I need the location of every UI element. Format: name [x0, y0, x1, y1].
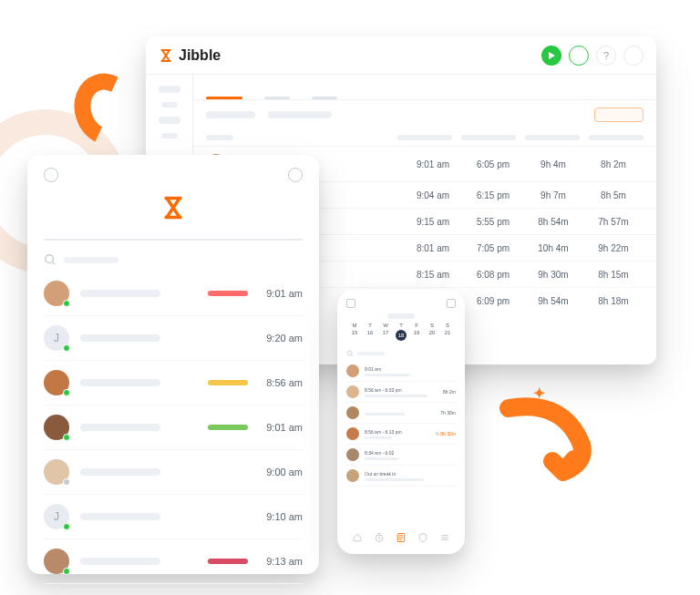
sidebar-item[interactable]: [161, 102, 178, 108]
filter[interactable]: [268, 111, 332, 118]
day[interactable]: 15: [349, 330, 360, 341]
search-icon: [346, 350, 354, 357]
sidebar-item[interactable]: [159, 117, 180, 124]
cell-in: 9:15 am: [403, 217, 463, 227]
item-body: 9:01 am: [80, 288, 303, 299]
item-body: Out on break in: [365, 471, 432, 481]
item-time: 9:01 am: [257, 422, 303, 433]
item-time: 9:00 am: [257, 467, 303, 477]
item-duration: 8h 2m: [438, 389, 456, 395]
list-item[interactable]: 8:56 am - 6:03 pm 8h 2m: [346, 382, 456, 403]
settings-icon[interactable]: [44, 168, 58, 182]
stat-arrived[interactable]: 6: [109, 240, 174, 241]
brand-name: Jibble: [179, 47, 221, 64]
help-button[interactable]: ?: [596, 46, 616, 66]
download-button[interactable]: [594, 108, 643, 122]
tab[interactable]: [206, 97, 242, 99]
day[interactable]: 20: [427, 330, 438, 341]
list-item[interactable]: 9:01 am: [44, 405, 303, 450]
cell-total: 8h 54m: [523, 217, 583, 227]
tablet-top: [44, 168, 303, 182]
day[interactable]: 19: [411, 330, 422, 341]
stat-left[interactable]: 29: [238, 240, 302, 241]
phone-back-icon[interactable]: [346, 299, 355, 308]
user-status-button[interactable]: [569, 46, 589, 66]
avatar: [346, 385, 359, 398]
cell-out: 6:08 pm: [463, 270, 523, 280]
activity-bar: [208, 425, 248, 430]
col-header[interactable]: [525, 135, 580, 140]
name-placeholder: [80, 513, 160, 520]
tab-strip: [193, 75, 656, 100]
sidebar-item[interactable]: [161, 133, 178, 138]
avatar: [44, 370, 69, 395]
list-item[interactable]: 8:34 am - 6:02: [346, 445, 456, 466]
col-header[interactable]: [589, 135, 643, 140]
list-item[interactable]: J 9:20 am: [44, 316, 303, 361]
day[interactable]: 17: [380, 330, 391, 341]
item-body: 8:34 am - 6:02: [365, 450, 432, 460]
play-button[interactable]: [541, 46, 561, 66]
track: [365, 436, 392, 439]
day[interactable]: 21: [442, 330, 453, 341]
list-item[interactable]: 9:00 am: [44, 450, 303, 495]
tablet-search[interactable]: [44, 253, 303, 266]
avatar: [44, 549, 69, 574]
item-time: 8:56 am - 6:13 pm: [365, 429, 430, 435]
tab[interactable]: [264, 97, 290, 99]
swoosh-right: [499, 390, 609, 499]
col-header[interactable]: [206, 135, 233, 140]
day[interactable]: 16: [365, 330, 376, 341]
col-header[interactable]: [397, 135, 452, 140]
brand-logo-icon: [159, 48, 173, 63]
list-item[interactable]: 9:01 am: [44, 272, 303, 316]
nav-menu-icon[interactable]: [439, 532, 450, 544]
list-item[interactable]: Out on break in: [346, 466, 456, 487]
phone-calendar-icon[interactable]: [447, 299, 456, 308]
dow: T: [365, 323, 376, 328]
nav-shield-icon[interactable]: [417, 532, 428, 544]
status-dot: [63, 434, 70, 441]
stat-in[interactable]: 45: [45, 240, 109, 241]
cell-paid: 8h 5m: [583, 190, 643, 200]
col-header[interactable]: [461, 135, 516, 140]
list-item[interactable]: 8:56 am - 6:13 pm ↻ 8h 32m: [346, 424, 456, 445]
cell-paid: 9h 22m: [583, 243, 643, 253]
cell-out: 7:05 pm: [463, 243, 523, 253]
tab[interactable]: [312, 97, 337, 99]
stat-break[interactable]: 2: [174, 240, 239, 241]
status-dot: [63, 478, 70, 486]
svg-point-3: [347, 351, 352, 355]
phone-top: [346, 299, 456, 308]
cell-in: 9:01 am: [403, 159, 463, 169]
sidebar-item[interactable]: [159, 86, 180, 93]
nav-timesheet-icon[interactable]: [396, 532, 407, 544]
notifications-button[interactable]: [623, 46, 643, 66]
list-item[interactable]: 8:56 am: [44, 361, 303, 405]
track: [365, 395, 427, 397]
list-item[interactable]: J 9:10 am: [44, 495, 303, 539]
avatar: [346, 448, 359, 461]
dow: W: [380, 323, 391, 328]
list-item[interactable]: 7h 30m: [346, 403, 456, 424]
list-item[interactable]: 9:13 am: [44, 539, 303, 584]
filter[interactable]: [206, 111, 255, 118]
item-time: 9:20 am: [257, 333, 303, 344]
avatar: [44, 459, 69, 485]
phone-calendar: MTWTFSS 15161718192021: [346, 323, 456, 341]
cell-in: 8:15 am: [403, 270, 463, 280]
nav-timer-icon[interactable]: [374, 532, 385, 544]
dow: M: [349, 323, 360, 328]
day[interactable]: 18: [396, 330, 407, 341]
phone-dow: MTWTFSS: [349, 323, 453, 328]
target-icon[interactable]: [288, 168, 303, 182]
item-time: 9:10 am: [257, 511, 303, 522]
status-dot: [63, 300, 70, 307]
item-time: 8:56 am - 6:03 pm: [365, 387, 432, 393]
list-item[interactable]: 9:01 am: [346, 361, 456, 382]
cell-out: 6:05 pm: [463, 159, 523, 169]
track: [365, 413, 405, 415]
phone-search[interactable]: [346, 350, 456, 357]
nav-home-icon[interactable]: [352, 532, 363, 544]
item-body: 8:56 am - 6:13 pm: [365, 429, 430, 439]
